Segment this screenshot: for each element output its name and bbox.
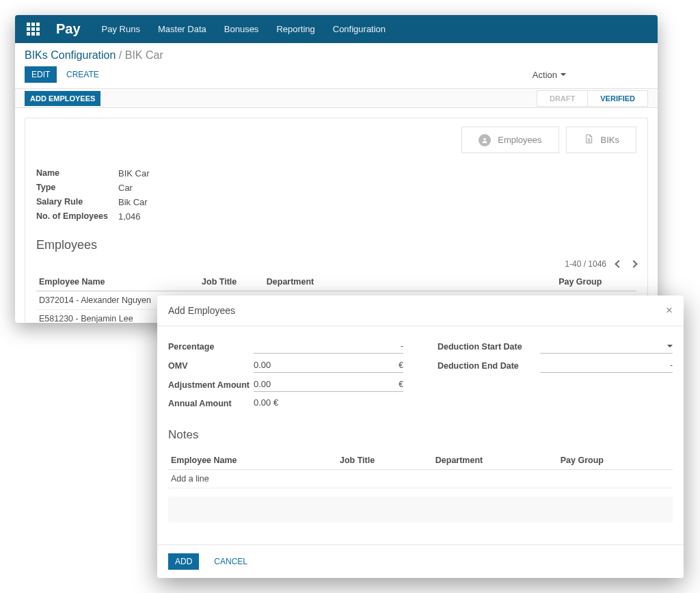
main-window: Pay Pay Runs Master Data Bonuses Reporti… — [15, 15, 658, 323]
tab-biks[interactable]: BIKs — [566, 127, 636, 153]
brand-title[interactable]: Pay — [56, 21, 81, 37]
tab-employees-label: Employees — [498, 135, 541, 145]
pager-prev-icon[interactable] — [615, 260, 622, 267]
modal-footer: ADD CANCEL — [157, 544, 684, 578]
status-verified[interactable]: VERIFIED — [587, 90, 648, 107]
tab-employees[interactable]: Employees — [461, 127, 558, 153]
action-menu[interactable]: Action — [533, 70, 566, 80]
nav-reporting[interactable]: Reporting — [267, 15, 323, 43]
breadcrumb: BIKs Configuration / BIK Car — [25, 49, 648, 62]
pager-next-icon[interactable] — [630, 260, 637, 267]
modal-title: Add Employees — [168, 305, 235, 316]
col-employee-name[interactable]: Employee Name — [36, 273, 199, 291]
svg-point-0 — [484, 137, 486, 140]
col-pay-group[interactable]: Pay Group — [556, 273, 636, 291]
salaryrule-label: Salary Rule — [36, 197, 118, 207]
pager-text: 1-40 / 1046 — [565, 259, 606, 269]
breadcrumb-current: BIK Car — [125, 49, 163, 61]
dedstart-label: Deduction Start Date — [438, 342, 540, 352]
add-employees-button[interactable]: ADD EMPLOYEES — [25, 91, 100, 106]
pager: 1-40 / 1046 — [25, 259, 647, 273]
breadcrumb-root[interactable]: BIKs Configuration — [25, 49, 116, 61]
chevron-down-icon[interactable] — [667, 345, 673, 347]
omv-input[interactable] — [254, 359, 396, 371]
mcol-job-title[interactable]: Job Title — [337, 451, 433, 470]
percent-dash: - — [401, 341, 403, 351]
card-tabs: Employees BIKs — [25, 118, 647, 153]
type-value: Car — [118, 183, 133, 193]
close-icon[interactable]: × — [666, 304, 673, 317]
top-navbar: Pay Pay Runs Master Data Bonuses Reporti… — [15, 15, 658, 43]
notes-textarea[interactable] — [168, 497, 673, 523]
chevron-down-icon — [561, 73, 566, 76]
col-department[interactable]: Department — [264, 273, 556, 291]
adjustment-input[interactable] — [254, 378, 396, 390]
add-a-line-link[interactable]: Add a line — [168, 470, 673, 488]
dedend-input[interactable] — [540, 359, 667, 371]
action-menu-label: Action — [533, 70, 557, 80]
notes-section-title: Notes — [168, 428, 673, 442]
dedend-label: Deduction End Date — [438, 361, 540, 371]
mcol-pay-group[interactable]: Pay Group — [558, 451, 673, 470]
modal-header: Add Employees × — [157, 295, 684, 326]
employees-section-title: Employees — [25, 238, 647, 259]
form-grid: Percentage - OMV € Adjustment Amount — [168, 340, 673, 414]
percentage-label: Percentage — [168, 342, 254, 352]
adjustment-suffix: € — [399, 380, 403, 389]
status-draft[interactable]: DRAFT — [537, 90, 587, 107]
tab-biks-label: BIKs — [601, 135, 619, 145]
mcol-employee-name[interactable]: Employee Name — [168, 451, 337, 470]
create-button[interactable]: CREATE — [59, 66, 106, 83]
content-area: Employees BIKs NameBIK Car TypeCar Salar… — [15, 108, 658, 323]
record-card: Employees BIKs NameBIK Car TypeCar Salar… — [25, 118, 648, 323]
document-icon — [583, 133, 594, 146]
modal-employees-table: Employee Name Job Title Department Pay G… — [168, 451, 673, 488]
form-col-left: Percentage - OMV € Adjustment Amount — [168, 340, 403, 414]
modal-body: Percentage - OMV € Adjustment Amount — [157, 326, 684, 544]
edit-button[interactable]: EDIT — [25, 66, 57, 83]
apps-icon[interactable] — [21, 15, 45, 43]
dedstart-input[interactable] — [540, 340, 664, 352]
type-label: Type — [36, 183, 118, 193]
status-badges: DRAFT VERIFIED — [537, 90, 648, 107]
nav-configuration[interactable]: Configuration — [324, 15, 394, 43]
noemployees-label: No. of Employees — [36, 211, 118, 222]
status-row: ADD EMPLOYEES DRAFT VERIFIED — [15, 89, 658, 108]
cancel-button[interactable]: CANCEL — [207, 553, 254, 570]
omv-suffix: € — [399, 360, 403, 370]
col-job-title[interactable]: Job Title — [199, 273, 264, 291]
add-employees-modal: Add Employees × Percentage - OMV € — [157, 295, 684, 578]
name-value: BIK Car — [118, 168, 150, 179]
nav-bonuses[interactable]: Bonuses — [215, 15, 268, 43]
name-label: Name — [36, 168, 118, 179]
adjustment-label: Adjustment Amount — [168, 380, 254, 390]
omv-label: OMV — [168, 361, 254, 371]
person-icon — [479, 134, 491, 146]
add-button[interactable]: ADD — [168, 553, 199, 570]
annual-value: 0.00 € — [254, 397, 278, 408]
percentage-input[interactable] — [254, 340, 398, 352]
salaryrule-value: Bik Car — [118, 197, 148, 207]
mcol-department[interactable]: Department — [433, 451, 558, 470]
form-col-right: Deduction Start Date Deduction End Date … — [438, 340, 673, 414]
nav-payruns[interactable]: Pay Runs — [93, 15, 149, 43]
nav-masterdata[interactable]: Master Data — [149, 15, 215, 43]
dedend-dash: - — [670, 360, 673, 370]
details-grid: NameBIK Car TypeCar Salary RuleBik Car N… — [25, 153, 647, 238]
noemployees-value: 1,046 — [118, 211, 141, 222]
annual-label: Annual Amount — [168, 399, 254, 408]
sub-header: BIKs Configuration / BIK Car EDIT CREATE… — [15, 43, 658, 89]
